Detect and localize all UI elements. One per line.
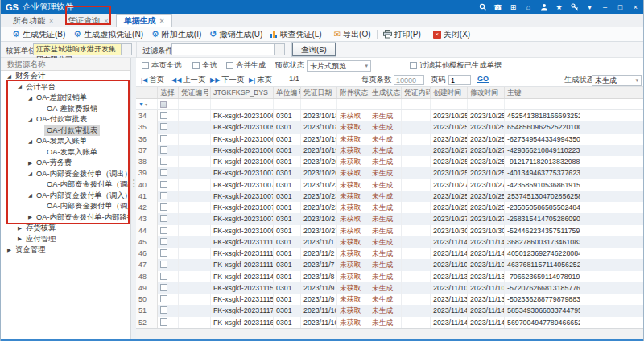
row-checkbox[interactable] xyxy=(160,227,167,234)
tree-item-OA-差旅费报销[interactable]: OA-差旅费报销 xyxy=(1,104,130,115)
accounting-unit-field[interactable]: 江苏盐城港响水港开发集团有限公司 xyxy=(33,43,122,55)
column-header-生成状态[interactable]: 生成状态 xyxy=(369,87,402,98)
expand-icon[interactable]: ▶ xyxy=(16,225,23,232)
search-icon[interactable] xyxy=(478,3,487,11)
tree-item-OA-内部资金拨付单（调入单位凭证）[interactable]: OA-内部资金拨付单（调入单位凭证） xyxy=(1,201,130,212)
cell-选择[interactable] xyxy=(158,167,179,179)
gen-status-select[interactable]: 未生成▾ xyxy=(592,75,642,86)
cell-选择[interactable] xyxy=(158,156,179,167)
tree-item-资金管理[interactable]: ▶资金管理 xyxy=(1,244,130,256)
cell-选择[interactable] xyxy=(158,225,179,236)
select-page-checkbox[interactable]: 本页全选 xyxy=(142,60,181,71)
accounting-unit-more-button[interactable]: … xyxy=(121,43,132,55)
column-header-凭证内码[interactable]: 凭证内码 xyxy=(402,87,431,98)
prev-page-button[interactable]: ◀◀上一页 xyxy=(171,75,205,85)
tree-item-OA-内部资金拨付单（调入）[interactable]: ◢OA-内部资金拨付单（调入） xyxy=(1,191,130,202)
column-header-凭证编号[interactable]: 凭证编号 xyxy=(179,87,211,98)
row-checkbox[interactable] xyxy=(160,238,167,245)
tree-item-OA-发票入账单[interactable]: OA-发票入账单 xyxy=(1,147,130,158)
table-row-38[interactable]: 38FK-xsgkf-20231006903012023/10/20未获取未生成… xyxy=(136,156,644,167)
filter-grid-icon[interactable] xyxy=(160,101,167,108)
tab-close-icon[interactable]: × xyxy=(49,17,53,25)
tree-item-应付管理[interactable]: ▶应付管理 xyxy=(1,234,130,245)
checkbox-icon[interactable] xyxy=(192,62,200,69)
cell-选择[interactable] xyxy=(158,305,179,316)
row-checkbox[interactable] xyxy=(160,273,167,280)
column-header-修改时间[interactable]: 修改时间 xyxy=(468,87,505,98)
table-row-41[interactable]: 41FK-xsgkf-20231007303012023/10/23未获取未生成… xyxy=(136,191,644,202)
expand-icon[interactable]: ▶ xyxy=(6,247,13,253)
row-checkbox[interactable] xyxy=(160,318,167,326)
chevron-down-icon[interactable]: ▾ xyxy=(585,3,594,11)
row-checkbox[interactable] xyxy=(160,123,167,130)
cell-选择[interactable] xyxy=(158,271,179,282)
cell-选择[interactable] xyxy=(158,294,179,305)
table-filter-row[interactable]: ▼▾ xyxy=(136,99,644,110)
collapse-icon[interactable]: ◢ xyxy=(27,138,34,145)
tab-单据生成[interactable]: 单据生成× xyxy=(116,14,172,27)
expand-icon[interactable]: ▶ xyxy=(27,160,34,166)
filter-funnel-icon[interactable]: ▼ xyxy=(138,101,144,107)
column-header-JTGKFKSP_BYS[interactable]: JTGKFKSP_BYS xyxy=(211,87,274,98)
merge-generate-checkbox[interactable]: 合并生成 xyxy=(226,60,266,71)
tree-item-OA-劳务费[interactable]: ▶OA-劳务费 xyxy=(1,158,130,169)
next-page-button[interactable]: ▶▶下一页 xyxy=(210,75,244,85)
phone-icon[interactable]: ☎ xyxy=(493,3,502,11)
tree-item-OA-内部资金拨付单（调出单位凭证）[interactable]: OA-内部资金拨付单（调出单位凭证） xyxy=(1,179,130,191)
table-row-35[interactable]: 35FK-xsgkf-20231005603012023/10/18未获取未生成… xyxy=(136,121,644,133)
tab-所有功能[interactable]: 所有功能× xyxy=(6,14,60,27)
expand-icon[interactable]: ▶ xyxy=(27,214,34,220)
toolbar-button-撤销生成(U)[interactable]: ↺撤销生成(U) xyxy=(205,29,266,40)
row-checkbox[interactable] xyxy=(160,192,167,199)
table-row-42[interactable]: 42FK-xsgkf-20231007403012023/10/23未获取未生成… xyxy=(136,202,644,213)
collapse-icon[interactable]: ◢ xyxy=(27,192,34,199)
toolbar-button-生成虚拟凭证(N)[interactable]: ⚙生成虚拟凭证(N) xyxy=(69,29,147,40)
row-checkbox[interactable] xyxy=(160,203,167,211)
page-number-input[interactable] xyxy=(448,75,471,85)
cell-选择[interactable] xyxy=(158,121,179,133)
row-checkbox[interactable] xyxy=(160,169,167,176)
select-all-checkbox[interactable]: 全选 xyxy=(192,60,217,71)
filter-cell[interactable]: ▼▾ xyxy=(136,99,158,109)
cell-选择[interactable] xyxy=(158,191,179,202)
star-icon[interactable]: ★ xyxy=(555,3,564,11)
horizontal-scrollbar[interactable] xyxy=(136,328,644,339)
table-row-43[interactable]: 43FK-xsgkf-20231007503012023/10/24未获取未生成… xyxy=(136,213,644,224)
cell-选择[interactable] xyxy=(158,145,179,156)
table-row-36[interactable]: 36FK-xsgkf-20231006703012023/10/19未获取未生成… xyxy=(136,134,644,145)
toolbar-button-附加生成(I)[interactable]: ⚙附加生成(I) xyxy=(147,29,205,40)
tree-item-OA-付款审批表[interactable]: OA-付款审批表 xyxy=(1,125,130,137)
table-row-39[interactable]: 39FK-xsgkf-20231007003012023/10/20未获取未生成… xyxy=(136,167,644,179)
row-checkbox[interactable] xyxy=(160,112,167,119)
key-icon[interactable] xyxy=(570,3,579,11)
toolbar-button-打印(P)[interactable]: 打印(P) xyxy=(379,29,425,40)
cell-选择[interactable] xyxy=(158,202,179,213)
cell-选择[interactable] xyxy=(158,134,179,145)
filter-other-checkbox[interactable]: 过滤其他模板已生成单据 xyxy=(410,60,502,71)
toolbar-button-关闭(X)[interactable]: ×关闭(X) xyxy=(429,29,474,40)
user-icon[interactable] xyxy=(539,3,548,11)
expand-icon[interactable]: ▶ xyxy=(16,236,23,242)
collapse-icon[interactable]: ◢ xyxy=(27,95,34,101)
row-checkbox[interactable] xyxy=(160,158,167,165)
tree-item-OA-差旅报销单[interactable]: ◢OA-差旅报销单 xyxy=(1,92,130,104)
column-header-附件状态[interactable]: 附件状态 xyxy=(337,87,369,98)
tab-close-icon[interactable]: × xyxy=(160,17,164,25)
table-row-45[interactable]: 45FK-xsgkf-20231111003012023/11/1未获取未生成2… xyxy=(136,236,644,248)
row-checkbox[interactable] xyxy=(160,215,167,222)
preview-status-select[interactable]: 卡片式预览▾ xyxy=(307,60,371,72)
collapse-icon[interactable]: ◢ xyxy=(27,170,34,177)
column-header-凭证日期[interactable]: 凭证日期 xyxy=(301,87,337,98)
row-checkbox[interactable] xyxy=(160,181,167,188)
tab-凭证查询[interactable]: 凭证查询× xyxy=(60,14,115,27)
toolbar-button-联查凭证(L)[interactable]: 联查凭证(L) xyxy=(266,29,325,40)
table-row-49[interactable]: 49FK-xsgkf-20231115303012023/11/9未获取未生成2… xyxy=(136,282,644,294)
query-button[interactable]: 查询(S) xyxy=(292,43,336,56)
first-page-button[interactable]: |◀首页 xyxy=(141,75,164,85)
last-page-button[interactable]: ▶|末页 xyxy=(249,75,272,85)
cell-选择[interactable] xyxy=(158,179,179,191)
cell-选择[interactable] xyxy=(158,282,179,294)
tree-item-OA-内部资金拨付单（调出）[interactable]: ◢OA-内部资金拨付单（调出） xyxy=(1,169,130,180)
collapse-icon[interactable]: ◢ xyxy=(27,117,34,123)
toolbar-button-生成凭证(B)[interactable]: ⚙生成凭证(B) xyxy=(8,29,69,40)
